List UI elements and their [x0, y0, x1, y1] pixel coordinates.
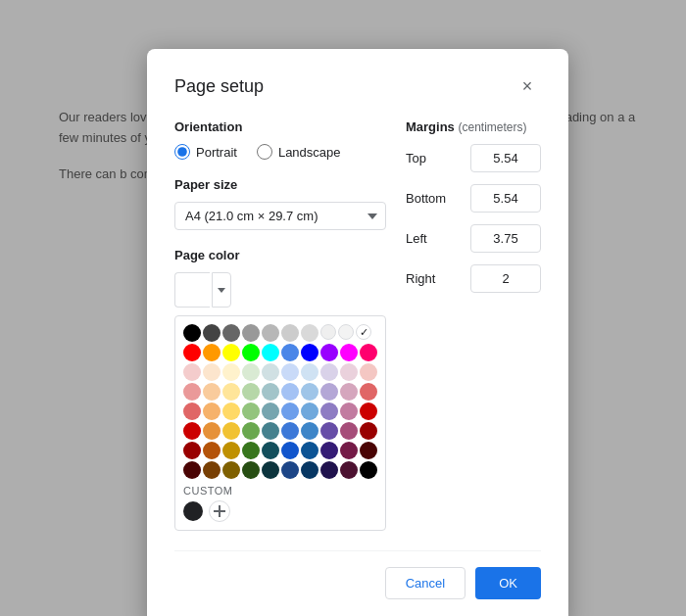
- color-swatch[interactable]: [281, 383, 299, 401]
- color-swatch[interactable]: [183, 324, 201, 342]
- chevron-down-icon: [218, 288, 225, 293]
- color-swatch[interactable]: [320, 363, 338, 381]
- add-custom-color-button[interactable]: [209, 500, 230, 522]
- custom-color-swatch[interactable]: [183, 501, 203, 521]
- page-setup-dialog: Page setup × Orientation Portrait Landsc…: [147, 49, 568, 616]
- color-swatch[interactable]: [340, 461, 358, 479]
- bottom-input[interactable]: [470, 184, 541, 213]
- color-swatch[interactable]: [340, 383, 358, 401]
- color-swatch[interactable]: [320, 442, 338, 459]
- color-swatch[interactable]: [281, 461, 299, 479]
- color-swatch[interactable]: [281, 403, 299, 420]
- color-swatch[interactable]: [320, 344, 338, 361]
- color-swatch[interactable]: [320, 383, 338, 401]
- ok-button[interactable]: OK: [475, 567, 541, 599]
- color-swatch[interactable]: [262, 422, 279, 440]
- left-input[interactable]: [470, 224, 541, 253]
- color-swatch[interactable]: [320, 461, 338, 479]
- margin-top-row: Top: [406, 144, 541, 172]
- color-swatch[interactable]: [281, 344, 299, 361]
- color-swatch[interactable]: [222, 344, 240, 361]
- landscape-radio[interactable]: [257, 144, 272, 160]
- paper-size-select[interactable]: A4 (21.0 cm × 29.7 cm) Letter (21.6 cm ×…: [174, 202, 386, 230]
- color-swatch[interactable]: [301, 324, 318, 342]
- color-swatch[interactable]: [203, 403, 220, 420]
- color-swatch[interactable]: [183, 461, 201, 479]
- color-swatch[interactable]: [338, 324, 354, 340]
- color-swatch[interactable]: [360, 363, 377, 381]
- color-swatch[interactable]: [242, 442, 260, 459]
- color-swatch[interactable]: [203, 344, 220, 361]
- cancel-button[interactable]: Cancel: [385, 567, 466, 599]
- color-swatch[interactable]: [340, 442, 358, 459]
- color-swatch[interactable]: [222, 442, 240, 459]
- color-swatch[interactable]: [320, 422, 338, 440]
- color-swatch[interactable]: [340, 363, 358, 381]
- color-swatch[interactable]: [183, 344, 201, 361]
- color-swatch[interactable]: [301, 442, 318, 459]
- color-swatch[interactable]: [222, 403, 240, 420]
- color-swatch[interactable]: [183, 442, 201, 459]
- top-input[interactable]: [470, 144, 541, 172]
- color-swatch[interactable]: [222, 363, 240, 381]
- color-swatch[interactable]: [301, 461, 318, 479]
- color-swatch[interactable]: [301, 403, 318, 420]
- color-swatch[interactable]: [281, 363, 299, 381]
- color-swatch[interactable]: [203, 461, 220, 479]
- color-swatch[interactable]: [203, 324, 220, 342]
- color-swatch[interactable]: [183, 363, 201, 381]
- color-swatch[interactable]: [360, 442, 377, 459]
- portrait-option[interactable]: Portrait: [174, 144, 237, 160]
- color-swatch[interactable]: [301, 344, 318, 361]
- color-swatch[interactable]: [360, 422, 377, 440]
- portrait-radio[interactable]: [174, 144, 190, 160]
- color-swatch[interactable]: [340, 422, 358, 440]
- color-swatch[interactable]: [262, 324, 279, 342]
- color-swatch[interactable]: [320, 324, 336, 340]
- color-swatch[interactable]: [262, 461, 279, 479]
- color-row: [183, 442, 377, 459]
- color-swatch[interactable]: [222, 422, 240, 440]
- color-preview-row: [174, 272, 386, 308]
- color-swatch[interactable]: [242, 363, 260, 381]
- color-swatch[interactable]: [222, 461, 240, 479]
- color-swatch[interactable]: [262, 383, 279, 401]
- right-input[interactable]: [470, 264, 541, 293]
- color-swatch[interactable]: [183, 403, 201, 420]
- color-swatch[interactable]: [203, 422, 220, 440]
- color-swatch[interactable]: [360, 344, 377, 361]
- color-swatch[interactable]: [301, 383, 318, 401]
- color-swatch[interactable]: [242, 344, 260, 361]
- color-swatch[interactable]: [222, 383, 240, 401]
- color-swatch[interactable]: [320, 403, 338, 420]
- close-button[interactable]: ×: [514, 72, 541, 100]
- color-swatch[interactable]: [242, 324, 260, 342]
- color-swatch[interactable]: [281, 422, 299, 440]
- color-swatch[interactable]: [281, 442, 299, 459]
- color-swatch[interactable]: [301, 422, 318, 440]
- color-swatch[interactable]: [301, 363, 318, 381]
- color-swatch[interactable]: [356, 324, 371, 340]
- color-swatch[interactable]: [262, 442, 279, 459]
- color-swatch[interactable]: [281, 324, 299, 342]
- landscape-option[interactable]: Landscape: [257, 144, 341, 160]
- color-swatch[interactable]: [360, 461, 377, 479]
- color-swatch[interactable]: [340, 403, 358, 420]
- color-swatch[interactable]: [242, 403, 260, 420]
- color-swatch[interactable]: [340, 344, 358, 361]
- color-swatch[interactable]: [203, 383, 220, 401]
- color-swatch[interactable]: [203, 363, 220, 381]
- color-swatch[interactable]: [262, 363, 279, 381]
- color-swatch[interactable]: [222, 324, 240, 342]
- color-swatch[interactable]: [262, 403, 279, 420]
- color-swatch[interactable]: [242, 461, 260, 479]
- color-swatch[interactable]: [183, 383, 201, 401]
- color-swatch[interactable]: [262, 344, 279, 361]
- color-swatch[interactable]: [242, 422, 260, 440]
- color-swatch[interactable]: [203, 442, 220, 459]
- color-dropdown-button[interactable]: [212, 272, 231, 308]
- color-swatch[interactable]: [360, 403, 377, 420]
- color-swatch[interactable]: [242, 383, 260, 401]
- color-swatch[interactable]: [360, 383, 377, 401]
- color-swatch[interactable]: [183, 422, 201, 440]
